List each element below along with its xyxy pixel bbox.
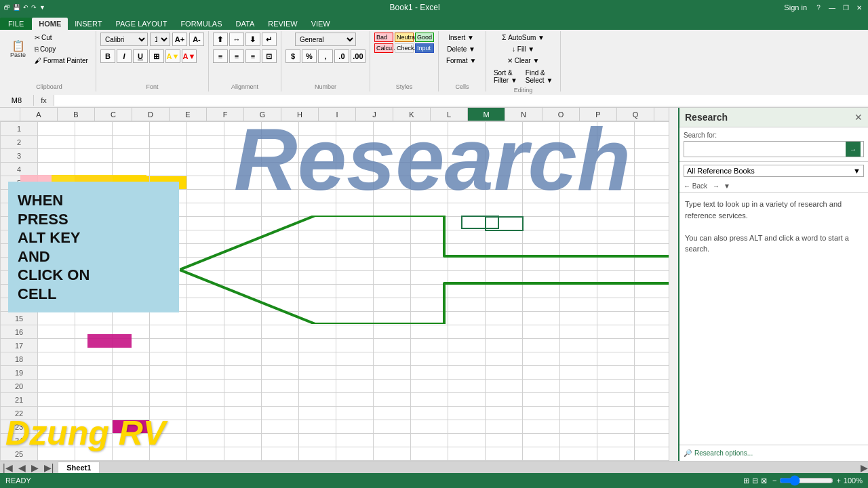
cell-M16[interactable] [486,325,523,339]
cell-F25[interactable] [224,447,262,461]
cell-O17[interactable] [560,339,597,352]
italic-button[interactable]: I [117,49,132,63]
cell-B18[interactable] [75,352,113,366]
cell-J22[interactable] [374,407,411,420]
page-layout-button[interactable]: ⊟ [752,476,758,485]
cell-Q17[interactable] [635,339,672,352]
cell-J21[interactable] [374,393,411,407]
cell-O19[interactable] [560,366,597,380]
cell-O25[interactable] [560,447,597,461]
help-button[interactable]: ? [812,3,825,12]
cell-A1[interactable] [38,122,75,136]
currency-button[interactable]: $ [285,49,300,63]
decrease-decimal-button[interactable]: .00 [351,49,366,63]
align-right-button[interactable]: ≡ [245,49,260,63]
cell-H19[interactable] [299,366,336,380]
col-E[interactable]: E [170,108,207,121]
cell-G22[interactable] [262,407,299,420]
cell-C15[interactable] [113,312,150,325]
cell-I23[interactable] [336,420,374,434]
insert-cells-button[interactable]: Insert ▼ [445,33,477,43]
cell-K23[interactable] [411,420,448,434]
cell-D1[interactable] [150,122,187,136]
cell-J23[interactable] [374,420,411,434]
research-back-button[interactable]: ← Back [684,182,707,190]
cell-P22[interactable] [597,407,635,420]
cell-Q25[interactable] [635,447,672,461]
font-name-select[interactable]: Calibri [100,33,148,46]
cell-H17[interactable] [299,339,336,352]
cell-F18[interactable] [224,352,262,366]
zoom-in-button[interactable]: + [836,476,840,485]
cell-Q19[interactable] [635,366,672,380]
cell-G20[interactable] [262,380,299,393]
middle-align-button[interactable]: ↔ [229,33,244,46]
cell-B19[interactable] [75,366,113,380]
sheet-next-button[interactable]: ▶ [31,462,39,473]
cell-M18[interactable] [486,352,523,366]
cell-C1[interactable] [113,122,150,136]
vertical-scrollbar[interactable] [669,108,678,461]
input-style[interactable]: Input [415,43,434,53]
increase-font-button[interactable]: A+ [172,33,187,46]
cell-E17[interactable] [187,339,224,352]
font-size-select[interactable]: 11 [150,33,170,46]
cell-Q16[interactable] [635,325,672,339]
cell-J17[interactable] [374,339,411,352]
delete-cells-button[interactable]: Delete ▼ [443,44,479,54]
percent-button[interactable]: % [302,49,317,63]
increase-decimal-button[interactable]: .0 [334,49,349,63]
cell-C4[interactable] [113,163,150,176]
research-dropdown[interactable]: All Reference Books ▼ [684,165,864,177]
cell-A16[interactable] [38,325,75,339]
cell-G24[interactable] [262,434,299,447]
cell-E25[interactable] [187,447,224,461]
cell-A18[interactable] [38,352,75,366]
cell-Q20[interactable] [635,380,672,393]
format-painter-button[interactable]: 🖌 Format Painter [31,56,92,66]
cell-Q24[interactable] [635,434,672,447]
paste-button[interactable]: 📋 Paste [7,39,29,60]
cell-O16[interactable] [560,325,597,339]
zoom-out-button[interactable]: − [772,476,776,485]
cell-D3[interactable] [150,149,187,163]
cell-E23[interactable] [187,420,224,434]
cell-Q21[interactable] [635,393,672,407]
fill-button[interactable]: ↓ Fill ▼ [509,44,538,54]
minimize-button[interactable]: — [826,3,838,12]
page-break-button[interactable]: ⊠ [761,476,767,485]
undo-icon[interactable]: ↶ [23,4,28,11]
cell-G21[interactable] [262,393,299,407]
cell-H16[interactable] [299,325,336,339]
research-close-button[interactable]: ✕ [854,112,863,123]
cell-N17[interactable] [523,339,560,352]
cell-M24[interactable] [486,434,523,447]
cell-I16[interactable] [336,325,374,339]
cell-O22[interactable] [560,407,597,420]
cell-E21[interactable] [187,393,224,407]
cell-D21[interactable] [150,393,187,407]
cell-M17[interactable] [486,339,523,352]
cell-K25[interactable] [411,447,448,461]
cell-N21[interactable] [523,393,560,407]
cell-F21[interactable] [224,393,262,407]
cell-M20[interactable] [486,380,523,393]
cell-E7[interactable] [187,203,224,217]
cell-K21[interactable] [411,393,448,407]
cell-D20[interactable] [150,380,187,393]
research-forward-button[interactable]: → [713,182,719,190]
cell-F24[interactable] [224,434,262,447]
cell-N25[interactable] [523,447,560,461]
cell-A17[interactable] [38,339,75,352]
cell-I25[interactable] [336,447,374,461]
cell-D19[interactable] [150,366,187,380]
customize-icon[interactable]: ▼ [39,4,45,11]
cell-A2[interactable] [38,136,75,149]
cell-B20[interactable] [75,380,113,393]
cell-D4[interactable] [150,163,187,176]
col-N[interactable]: N [505,108,542,121]
cell-P17[interactable] [597,339,635,352]
save-icon[interactable]: 💾 [13,4,20,11]
col-B[interactable]: B [58,108,95,121]
cell-G17[interactable] [262,339,299,352]
